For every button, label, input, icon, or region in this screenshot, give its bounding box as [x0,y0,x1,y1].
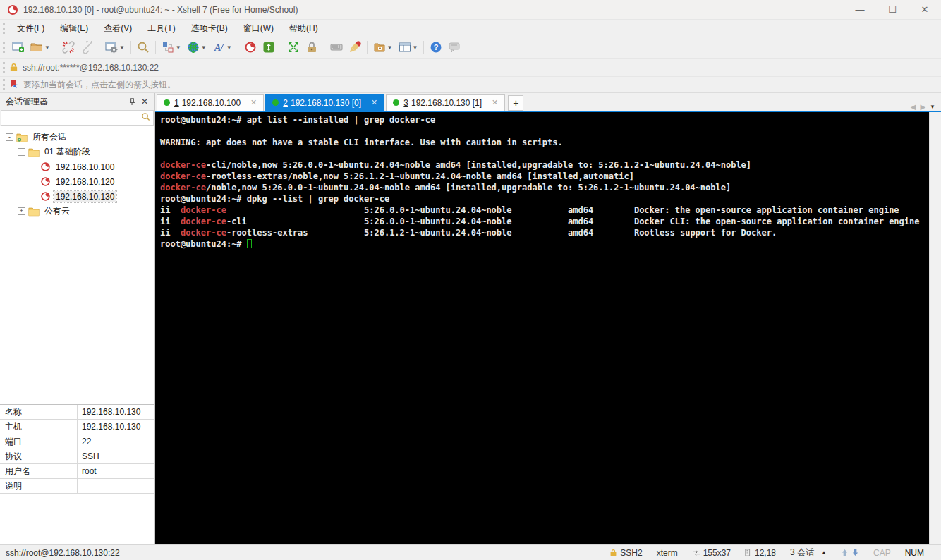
session-properties-button[interactable]: ▼ [103,39,127,56]
keyboard-button[interactable] [328,39,345,56]
session-tab-3[interactable]: 3192.168.10.130 [1]✕ [386,94,505,111]
terminal-line [160,126,941,137]
highlighted-match-text: docker-ce [181,205,226,215]
tree-item-192.168.10.120[interactable]: 192.168.10.120 [0,174,154,189]
chevron-down-icon[interactable]: ▼ [176,44,181,51]
addressbar-grip[interactable] [3,62,5,73]
tree-item-label[interactable]: 所有会话 [30,130,68,144]
chevron-down-icon[interactable]: ▼ [226,44,232,51]
xftp-button[interactable] [260,39,277,56]
session-tree: -所有会话-01 基础阶段192.168.10.100192.168.10.12… [0,126,154,404]
folder-icon [28,207,40,217]
property-label: 用户名 [0,464,78,478]
collapse-icon[interactable]: - [18,148,25,156]
highlighted-match-text: docker-ce [160,160,206,170]
layout-button[interactable]: ▼ [396,39,420,56]
lock-screen-button[interactable] [303,39,320,56]
menu-item[interactable]: 文件(F) [9,20,52,37]
noticebar-grip[interactable] [3,79,5,90]
session-nav-arrows[interactable] [834,549,866,556]
font-button[interactable]: A▼ [210,39,234,56]
terminal-text: /noble,now 5:26.0.0-1~ubuntu.24.04~noble… [206,183,731,193]
compose-button[interactable]: ▼ [159,39,183,56]
help-button[interactable]: ? [427,39,444,56]
session-search-input[interactable] [1,111,141,124]
close-button[interactable]: ✕ [909,0,941,19]
tree-item-label[interactable]: 192.168.10.130 [54,191,116,202]
menu-item[interactable]: 查看(V) [96,20,140,37]
highlighter-button[interactable] [346,39,363,56]
highlighted-match-text: docker-ce [160,183,206,193]
open-folder-button[interactable]: ▼ [28,39,52,56]
menu-item[interactable]: 窗口(W) [236,20,281,37]
tab-scroll-left-icon[interactable]: ◀ [911,103,916,111]
chevron-down-icon[interactable]: ▼ [387,44,393,51]
reconnect-icon [80,41,93,54]
message-button[interactable] [446,39,463,56]
tab-scroll-controls: ◀▶▼ [911,103,941,111]
open-folder-icon [30,41,43,54]
tree-item-label[interactable]: 01 基础阶段 [42,145,92,159]
session-tab-2[interactable]: 2192.168.10.130 [0]✕ [265,94,384,111]
menu-item[interactable]: 帮助(H) [281,20,326,37]
notice-text: 要添加当前会话，点击左侧的箭头按钮。 [23,79,176,91]
terminal-text: 5:26.0.0-1~ubuntu.24.04~noble amd64 Dock… [226,205,899,215]
xftp-icon [262,41,275,54]
tab-close-icon[interactable]: ✕ [371,98,377,107]
xshell-button[interactable] [242,39,259,56]
chevron-down-icon[interactable]: ▼ [44,44,50,51]
toolbar-grip[interactable] [3,42,5,53]
find-button[interactable] [135,39,152,56]
close-panel-icon[interactable]: ✕ [138,95,151,108]
tree-item-01-[interactable]: -01 基础阶段 [0,145,154,159]
tab-label: 192.168.10.130 [0] [291,98,361,108]
tab-label: 192.168.10.130 [1] [411,98,482,108]
status-terminal-type[interactable]: xterm [650,548,685,558]
reconnect-button[interactable] [78,39,95,56]
tab-scroll-right-icon[interactable]: ▶ [920,103,925,111]
menu-item[interactable]: 选项卡(B) [183,20,236,37]
search-icon[interactable] [141,112,150,123]
new-session-button[interactable] [10,39,27,56]
tab-close-icon[interactable]: ✕ [250,98,257,107]
address-url[interactable]: ssh://root:******@192.168.10.130:22 [23,63,159,73]
status-caps-lock: CAP [866,548,898,558]
fullscreen-button[interactable] [285,39,302,56]
globe-button[interactable]: ▼ [185,39,209,56]
toolbar-separator [155,41,156,54]
disconnect-button[interactable] [60,39,77,56]
help-icon: ? [430,41,442,54]
terminal-scrollbar[interactable] [929,112,941,544]
session-tab-1[interactable]: 1192.168.10.100✕ [157,94,264,111]
tree-item-192.168.10.100[interactable]: 192.168.10.100 [0,159,154,174]
expand-icon[interactable]: + [18,207,25,215]
maximize-button[interactable]: ☐ [876,0,909,19]
pin-panel-icon[interactable] [126,95,138,108]
property-label: 端口 [0,434,78,449]
menubar-grip[interactable] [3,23,5,34]
xshell-session-icon [40,176,51,187]
svg-text:?: ? [434,43,439,51]
all-sessions-folder-icon [16,133,28,142]
tab-close-icon[interactable]: ✕ [492,98,498,107]
minimize-button[interactable]: — [844,0,876,19]
chevron-down-icon[interactable]: ▼ [413,44,418,51]
tab-list-dropdown-icon[interactable]: ▼ [930,104,935,110]
new-tab-button[interactable]: + [508,95,523,111]
terminal-line: docker-ce-rootless-extras/noble,now 5:26… [160,171,941,182]
tree-item--[interactable]: -所有会话 [0,130,154,145]
collapse-icon[interactable]: - [6,133,13,141]
fullscreen-icon [287,41,300,54]
tree-item-192.168.10.130[interactable]: 192.168.10.130 [0,189,154,204]
chevron-down-icon[interactable]: ▼ [119,44,125,51]
tree-item-label[interactable]: 公有云 [42,205,72,218]
tree-item--[interactable]: +公有云 [0,204,154,219]
menu-item[interactable]: 工具(T) [140,20,183,37]
tree-item-label[interactable]: 192.168.10.100 [54,162,116,173]
terminal-screen[interactable]: root@ubuntu24:~# apt list --installed | … [155,112,941,544]
new-file-button[interactable]: ▼ [371,39,395,56]
tree-item-label[interactable]: 192.168.10.120 [54,176,116,188]
menu-item[interactable]: 编辑(E) [52,20,96,37]
chevron-down-icon[interactable]: ▼ [201,44,207,51]
status-session-count[interactable]: 3 会话▲ [783,547,834,559]
